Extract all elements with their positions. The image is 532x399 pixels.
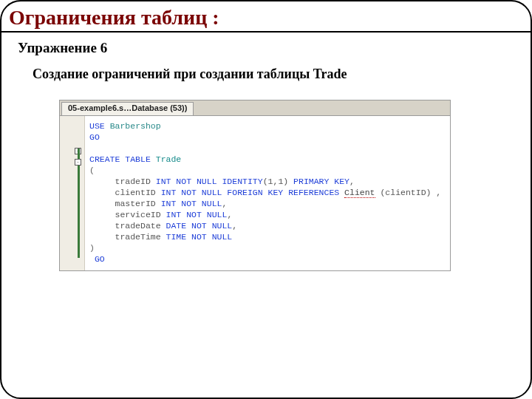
paren-close: ) xyxy=(89,243,95,253)
col-tradedate: tradeDate xyxy=(115,221,161,231)
comma: , xyxy=(436,188,441,197)
col-tradeid: tradeID xyxy=(115,177,151,186)
slide-frame: Ограничения таблиц : Упражнение 6 Создан… xyxy=(0,0,532,399)
paren-open: ( xyxy=(89,166,95,175)
sql-editor-window: 05-example6.s…Database (53)) - - USE Bar… xyxy=(59,100,451,271)
kw-int: INT NOT NULL xyxy=(161,199,222,208)
editor-tab[interactable]: 05-example6.s…Database (53)) xyxy=(61,102,194,115)
kw-date: DATE NOT NULL xyxy=(166,221,233,231)
exercise-subtitle: Упражнение 6 xyxy=(1,33,531,56)
kw-go: GO xyxy=(95,254,105,264)
col-serviceid: serviceID xyxy=(115,210,161,219)
args-client: (clientID) xyxy=(380,188,431,197)
editor-gutter: - - xyxy=(60,116,85,270)
col-tradetime: tradeTime xyxy=(115,232,161,242)
page-title: Ограничения таблиц : xyxy=(1,1,531,33)
id-trade: Trade xyxy=(156,154,182,164)
id-db: Barbershop xyxy=(110,121,161,131)
col-clientid: clientID xyxy=(115,188,156,197)
args-identity: (1,1) xyxy=(263,177,289,186)
kw-go: GO xyxy=(89,132,100,142)
editor-tab-bar: 05-example6.s…Database (53)) xyxy=(60,100,450,116)
comma: , xyxy=(349,177,355,186)
kw-int: INT NOT NULL xyxy=(166,210,228,219)
kw-use: USE xyxy=(89,121,105,131)
comma: , xyxy=(222,199,227,208)
fold-box-icon[interactable]: - xyxy=(75,159,81,166)
exercise-description: Создание ограничений при создании таблиц… xyxy=(1,56,531,82)
ref-client: Client xyxy=(344,188,375,198)
sql-code[interactable]: USE Barbershop GO CREATE TABLE Trade ( t… xyxy=(85,116,441,270)
col-masterid: masterID xyxy=(115,199,156,208)
comma: , xyxy=(232,221,237,231)
kw-int-identity: INT NOT NULL IDENTITY xyxy=(156,177,263,186)
kw-fk: INT NOT NULL FOREIGN KEY REFERENCES xyxy=(161,188,340,197)
kw-pk: PRIMARY KEY xyxy=(293,177,349,186)
kw-time: TIME NOT NULL xyxy=(166,232,233,242)
editor-body: - - USE Barbershop GO CREATE TABLE Trade… xyxy=(60,116,450,270)
comma: , xyxy=(227,210,232,219)
kw-create-table: CREATE TABLE xyxy=(89,154,151,164)
